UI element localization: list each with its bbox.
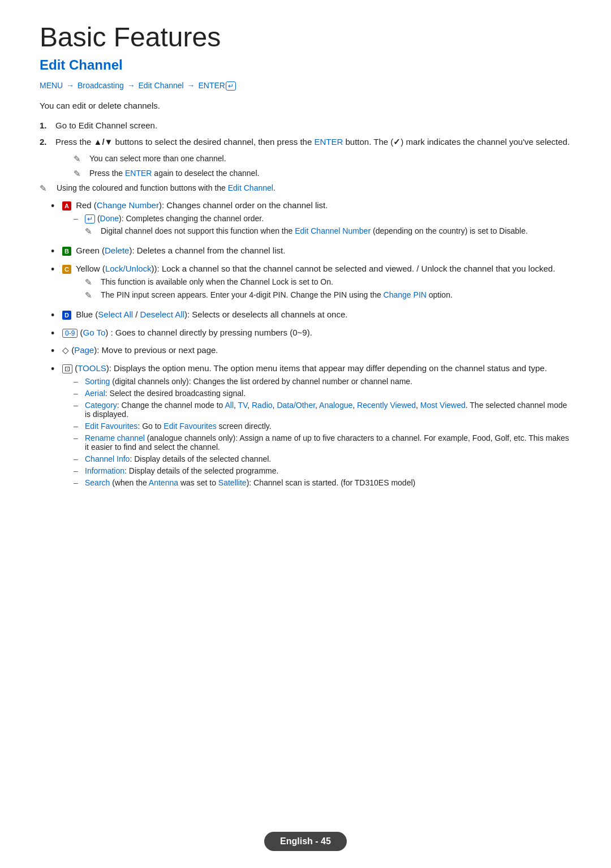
step-1: 1. Go to Edit Channel screen. bbox=[40, 121, 571, 130]
bullet-red: • A Red (Change Number): Changes channel… bbox=[51, 200, 571, 240]
badge-green: B bbox=[62, 247, 71, 256]
footer: English - 45 bbox=[0, 832, 611, 851]
step-2: 2. Press the ▲/▼ buttons to select the d… bbox=[40, 137, 571, 147]
sub-note-icon-1: ✎ bbox=[85, 226, 97, 237]
sub-note-icon-2: ✎ bbox=[85, 277, 97, 287]
dash-rename: – bbox=[74, 433, 85, 442]
bullet-dot-7: • bbox=[51, 363, 62, 376]
note-text-2: Press the ENTER again to deselect the ch… bbox=[89, 169, 571, 178]
menu-item-edit-channel[interactable]: Edit Channel bbox=[139, 81, 184, 90]
note-text-1: You can select more than one channel. bbox=[89, 154, 571, 163]
sub-note-icon-3: ✎ bbox=[85, 290, 97, 300]
enter-icon: ↵ bbox=[226, 81, 236, 91]
arrow-3: → bbox=[187, 81, 197, 90]
bullet-dot-5: • bbox=[51, 328, 62, 340]
sub-list-yellow: ✎ This function is available only when t… bbox=[74, 277, 571, 300]
bullet-green: • B Green (Delete): Deletes a channel fr… bbox=[51, 246, 571, 258]
dash-information: – bbox=[74, 466, 85, 475]
note-icon-1: ✎ bbox=[74, 154, 86, 164]
category-text: Category: Change the channel mode to All… bbox=[85, 401, 571, 419]
step-1-num: 1. bbox=[40, 121, 55, 130]
top-note: ✎ Using the coloured and function button… bbox=[40, 183, 571, 194]
information-text: Information: Display details of the sele… bbox=[85, 466, 278, 475]
arrow-2: → bbox=[127, 81, 137, 90]
page-title: Basic Features bbox=[40, 23, 571, 53]
bullet-list: • A Red (Change Number): Changes channel… bbox=[51, 200, 571, 491]
search-text: Search (when the Antenna was set to Sate… bbox=[85, 478, 415, 487]
footer-badge: English - 45 bbox=[264, 832, 347, 851]
tools-information: – Information: Display details of the se… bbox=[74, 466, 571, 475]
tools-rename: – Rename channel (analogue channels only… bbox=[74, 433, 571, 452]
bullet-tools-content: ⊡ (TOOLS): Displays the option menu. The… bbox=[62, 363, 571, 491]
bullet-blue-content: D Blue (Select All / Deselect All): Sele… bbox=[62, 310, 571, 320]
note-icon-2: ✎ bbox=[74, 169, 86, 179]
bullet-dot-1: • bbox=[51, 200, 62, 213]
bullet-goto-content: 0-9 (Go To) : Goes to channel directly b… bbox=[62, 328, 571, 338]
badge-red: A bbox=[62, 201, 71, 210]
bullet-yellow: • C Yellow (Lock/Unlock)): Lock a channe… bbox=[51, 264, 571, 304]
dash-sorting: – bbox=[74, 377, 85, 386]
sub-list-red: – ↵ (Done): Completes changing the chann… bbox=[74, 214, 571, 237]
enter-label: ENTER↵ bbox=[198, 81, 235, 90]
page-container: Basic Features Edit Channel MENU → Broad… bbox=[0, 0, 611, 542]
bullet-red-content: A Red (Change Number): Changes channel o… bbox=[62, 200, 571, 240]
sub-note-text-2: This function is available only when the… bbox=[101, 277, 333, 286]
bullet-page-content: ◇ (Page): Move to previous or next page. bbox=[62, 345, 571, 355]
step-2-num: 2. bbox=[40, 137, 55, 147]
bullet-dot-3: • bbox=[51, 264, 62, 276]
channel-info-text: Channel Info: Display details of the sel… bbox=[85, 454, 271, 463]
dash-1: – bbox=[74, 214, 85, 223]
bullet-dot-6: • bbox=[51, 345, 62, 358]
top-note-text: Using the coloured and function buttons … bbox=[57, 183, 571, 192]
bullet-yellow-content: C Yellow (Lock/Unlock)): Lock a channel … bbox=[62, 264, 571, 304]
menu-item-menu[interactable]: MENU bbox=[40, 81, 63, 90]
edit-fav-text: Edit Favourites: Go to Edit Favourites s… bbox=[85, 422, 272, 431]
sub-item-done: – ↵ (Done): Completes changing the chann… bbox=[74, 214, 571, 224]
dash-category: – bbox=[74, 401, 85, 410]
intro-text: You can edit or delete channels. bbox=[40, 101, 571, 110]
section-title: Edit Channel bbox=[40, 57, 571, 73]
step-2-text: Press the ▲/▼ buttons to select the desi… bbox=[55, 137, 571, 147]
tools-channel-info: – Channel Info: Display details of the s… bbox=[74, 454, 571, 463]
bullet-dot-2: • bbox=[51, 246, 62, 258]
bullet-blue: • D Blue (Select All / Deselect All): Se… bbox=[51, 310, 571, 322]
dash-channel-info: – bbox=[74, 454, 85, 463]
step-2-note-2: ✎ Press the ENTER again to deselect the … bbox=[74, 169, 571, 179]
dash-aerial: – bbox=[74, 389, 85, 398]
menu-item-broadcasting[interactable]: Broadcasting bbox=[78, 81, 124, 90]
badge-yellow: C bbox=[62, 265, 71, 274]
bullet-dot-4: • bbox=[51, 310, 62, 322]
sub-note-text-3: The PIN input screen appears. Enter your… bbox=[101, 290, 453, 299]
sub-note-text-1: Digital channel does not support this fu… bbox=[101, 226, 528, 235]
tools-aerial: – Aerial: Select the desired broadcastin… bbox=[74, 389, 571, 398]
sub-note-lock-2: ✎ The PIN input screen appears. Enter yo… bbox=[85, 290, 571, 300]
tools-sub-list: – Sorting (digital channels only): Chang… bbox=[74, 377, 571, 487]
sorting-text: Sorting (digital channels only): Changes… bbox=[85, 377, 412, 386]
dash-edit-fav: – bbox=[74, 422, 85, 431]
dash-search: – bbox=[74, 478, 85, 487]
keys-badge: 0-9 bbox=[62, 329, 78, 338]
tools-category: – Category: Change the channel mode to A… bbox=[74, 401, 571, 419]
tools-icon: ⊡ bbox=[62, 364, 72, 373]
arrow-1: → bbox=[66, 81, 76, 90]
tools-edit-favourites: – Edit Favourites: Go to Edit Favourites… bbox=[74, 422, 571, 431]
bullet-page: • ◇ (Page): Move to previous or next pag… bbox=[51, 345, 571, 358]
sub-note-lock-1: ✎ This function is available only when t… bbox=[85, 277, 571, 287]
bullet-green-content: B Green (Delete): Deletes a channel from… bbox=[62, 246, 571, 256]
sub-note-digital: ✎ Digital channel does not support this … bbox=[85, 226, 571, 237]
menu-path: MENU → Broadcasting → Edit Channel → ENT… bbox=[40, 81, 571, 91]
tools-search: – Search (when the Antenna was set to Sa… bbox=[74, 478, 571, 487]
bullet-goto: • 0-9 (Go To) : Goes to channel directly… bbox=[51, 328, 571, 340]
bullet-tools: • ⊡ (TOOLS): Displays the option menu. T… bbox=[51, 363, 571, 491]
aerial-text: Aerial: Select the desired broadcasting … bbox=[85, 389, 246, 398]
step-2-note-1: ✎ You can select more than one channel. bbox=[74, 154, 571, 164]
sub-item-done-text: ↵ (Done): Completes changing the channel… bbox=[85, 214, 264, 224]
step-1-text: Go to Edit Channel screen. bbox=[55, 121, 571, 130]
rename-text: Rename channel (analogue channels only):… bbox=[85, 433, 571, 452]
top-note-icon: ✎ bbox=[40, 183, 53, 194]
tools-sorting: – Sorting (digital channels only): Chang… bbox=[74, 377, 571, 386]
badge-blue: D bbox=[62, 311, 71, 320]
